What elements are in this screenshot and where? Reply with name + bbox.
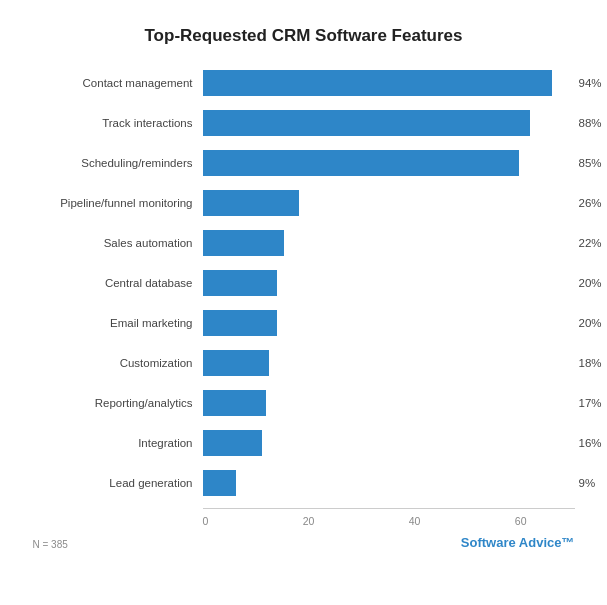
bar-area: 18% <box>203 349 575 377</box>
bar-value: 17% <box>579 397 602 409</box>
bar-value: 85% <box>579 157 602 169</box>
bar-label: Integration <box>33 437 203 449</box>
bar <box>203 350 270 376</box>
bar <box>203 390 266 416</box>
x-axis-tick: 40 <box>409 515 421 527</box>
bar-area: 16% <box>203 429 575 457</box>
bar-label: Sales automation <box>33 237 203 249</box>
bar-row: Reporting/analytics17% <box>33 384 575 422</box>
bar-value: 9% <box>579 477 596 489</box>
bar-area: 88% <box>203 109 575 137</box>
bar-row: Pipeline/funnel monitoring26% <box>33 184 575 222</box>
bar <box>203 190 300 216</box>
bar-area: 22% <box>203 229 575 257</box>
bar-row: Central database20% <box>33 264 575 302</box>
bar-value: 26% <box>579 197 602 209</box>
bar-value: 16% <box>579 437 602 449</box>
bar-area: 20% <box>203 309 575 337</box>
bar-label: Email marketing <box>33 317 203 329</box>
bar-label: Central database <box>33 277 203 289</box>
bar <box>203 430 263 456</box>
footer: N = 385 Software Advice™ <box>33 535 575 550</box>
chart-container: Top-Requested CRM Software Features Cont… <box>9 8 599 598</box>
bar-value: 94% <box>579 77 602 89</box>
x-axis-tick: 20 <box>303 515 315 527</box>
x-axis: 020406080100 <box>203 515 608 527</box>
bar-label: Reporting/analytics <box>33 397 203 409</box>
chart-body: Contact management94%Track interactions8… <box>33 64 575 504</box>
bar <box>203 150 519 176</box>
bar-label: Contact management <box>33 77 203 89</box>
x-axis-line <box>203 508 575 509</box>
bar-area: 17% <box>203 389 575 417</box>
bar-value: 88% <box>579 117 602 129</box>
bar-area: 26% <box>203 189 575 217</box>
x-axis-tick: 0 <box>203 515 209 527</box>
footer-brand: Software Advice™ <box>461 535 575 550</box>
bar-value: 22% <box>579 237 602 249</box>
bar-area: 94% <box>203 69 575 97</box>
bar <box>203 310 277 336</box>
bar-row: Customization18% <box>33 344 575 382</box>
bar-value: 20% <box>579 317 602 329</box>
bar-label: Scheduling/reminders <box>33 157 203 169</box>
chart-title: Top-Requested CRM Software Features <box>33 26 575 46</box>
bar <box>203 230 285 256</box>
x-axis-tick: 60 <box>515 515 527 527</box>
bar-area: 20% <box>203 269 575 297</box>
bar <box>203 70 553 96</box>
bar-value: 18% <box>579 357 602 369</box>
bar-value: 20% <box>579 277 602 289</box>
bar-row: Scheduling/reminders85% <box>33 144 575 182</box>
bar-row: Email marketing20% <box>33 304 575 342</box>
bar-label: Customization <box>33 357 203 369</box>
bar-label: Pipeline/funnel monitoring <box>33 197 203 209</box>
bar-label: Track interactions <box>33 117 203 129</box>
bar-area: 9% <box>203 469 575 497</box>
footer-n: N = 385 <box>33 539 68 550</box>
bar-row: Lead generation9% <box>33 464 575 502</box>
bar-row: Contact management94% <box>33 64 575 102</box>
bar <box>203 110 530 136</box>
bar <box>203 470 236 496</box>
bar <box>203 270 277 296</box>
bar-row: Sales automation22% <box>33 224 575 262</box>
bar-row: Track interactions88% <box>33 104 575 142</box>
bar-area: 85% <box>203 149 575 177</box>
bar-label: Lead generation <box>33 477 203 489</box>
bar-row: Integration16% <box>33 424 575 462</box>
